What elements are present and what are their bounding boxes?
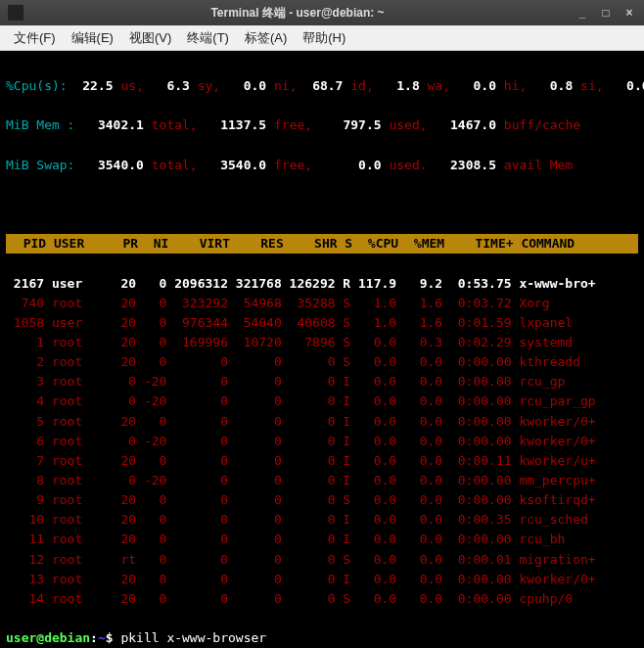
mem-line: MiB Mem : 3402.1 total, 1137.5 free, 797… bbox=[6, 116, 638, 135]
terminal-icon bbox=[8, 5, 23, 21]
swap-line: MiB Swap: 3540.0 total, 3540.0 free, 0.0… bbox=[6, 156, 638, 175]
menu-terminal[interactable]: 终端(T) bbox=[179, 27, 237, 49]
menu-tabs[interactable]: 标签(A) bbox=[237, 27, 295, 49]
process-row: 4 root 0 -20 0 0 0 I 0.0 0.0 0:00.00 rcu… bbox=[6, 392, 638, 411]
process-row: 9 root 20 0 0 0 0 S 0.0 0.0 0:00.00 ksof… bbox=[6, 490, 638, 510]
process-list: 2167 user 20 0 2096312 321768 126292 R 1… bbox=[6, 274, 638, 609]
command-text: pkill x-www-browser bbox=[120, 630, 266, 644]
menu-help[interactable]: 帮助(H) bbox=[295, 27, 353, 49]
menu-edit[interactable]: 编辑(E) bbox=[64, 27, 121, 49]
maximize-button[interactable]: □ bbox=[599, 6, 613, 20]
process-row: 14 root 20 0 0 0 0 S 0.0 0.0 0:00.00 cpu… bbox=[6, 589, 638, 609]
menu-file[interactable]: 文件(F) bbox=[6, 27, 64, 49]
process-header: PID USER PR NI VIRT RES SHR S %CPU %MEM … bbox=[6, 234, 638, 254]
minimize-button[interactable]: _ bbox=[575, 6, 589, 20]
process-row: 7 root 20 0 0 0 0 I 0.0 0.0 0:00.11 kwor… bbox=[6, 451, 638, 471]
menu-view[interactable]: 视图(V) bbox=[121, 27, 179, 49]
process-row: 2167 user 20 0 2096312 321768 126292 R 1… bbox=[6, 274, 638, 294]
process-row: 10 root 20 0 0 0 0 I 0.0 0.0 0:00.35 rcu… bbox=[6, 510, 638, 530]
process-row: 11 root 20 0 0 0 0 I 0.0 0.0 0:00.00 rcu… bbox=[6, 530, 638, 549]
process-row: 3 root 0 -20 0 0 0 I 0.0 0.0 0:00.00 rcu… bbox=[6, 372, 638, 392]
blank-line bbox=[6, 195, 638, 214]
process-row: 740 root 20 0 323292 54968 35288 S 1.0 1… bbox=[6, 294, 638, 313]
process-row: 12 root rt 0 0 0 0 S 0.0 0.0 0:00.01 mig… bbox=[6, 550, 638, 570]
window-titlebar: Terminal 终端 - user@debian: ~ _ □ × bbox=[0, 0, 644, 25]
process-row: 6 root 0 -20 0 0 0 I 0.0 0.0 0:00.00 kwo… bbox=[6, 432, 638, 451]
process-row: 8 root 0 -20 0 0 0 I 0.0 0.0 0:00.00 mm_… bbox=[6, 471, 638, 490]
close-button[interactable]: × bbox=[622, 6, 636, 20]
prompt-line-1: user@debian:~$ pkill x-www-browser bbox=[6, 628, 638, 644]
cpu-line: %Cpu(s): 22.5 us, 6.3 sy, 0.0 ni, 68.7 i… bbox=[6, 76, 638, 96]
process-row: 2 root 20 0 0 0 0 S 0.0 0.0 0:00.00 kthr… bbox=[6, 352, 638, 372]
process-row: 5 root 20 0 0 0 0 I 0.0 0.0 0:00.00 kwor… bbox=[6, 412, 638, 432]
terminal-area[interactable]: %Cpu(s): 22.5 us, 6.3 sy, 0.0 ni, 68.7 i… bbox=[0, 51, 644, 644]
process-row: 1058 user 20 0 976344 54040 40608 S 1.0 … bbox=[6, 313, 638, 333]
window-title: Terminal 终端 - user@debian: ~ bbox=[29, 5, 566, 22]
menu-bar: 文件(F) 编辑(E) 视图(V) 终端(T) 标签(A) 帮助(H) bbox=[0, 25, 644, 51]
process-row: 13 root 20 0 0 0 0 I 0.0 0.0 0:00.00 kwo… bbox=[6, 570, 638, 589]
process-row: 1 root 20 0 169996 10720 7896 S 0.0 0.3 … bbox=[6, 333, 638, 352]
